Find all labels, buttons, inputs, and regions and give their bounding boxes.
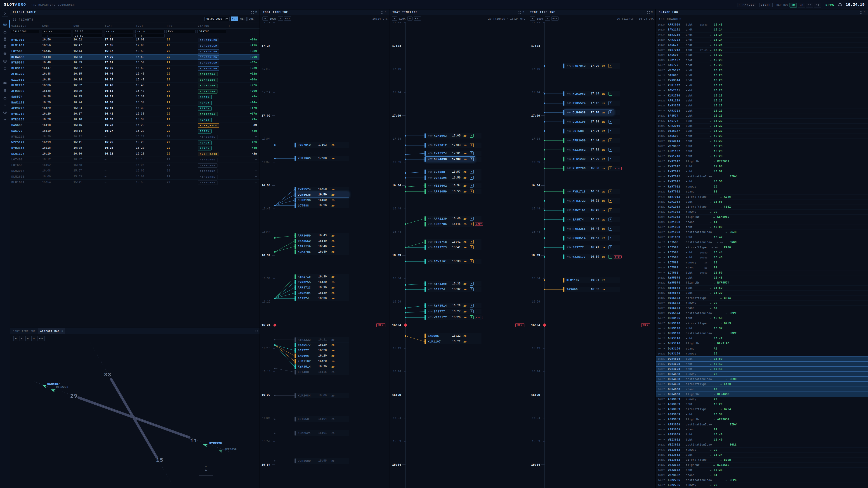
svg-text:N: N (205, 465, 207, 468)
svg-text:33: 33 (104, 372, 112, 378)
svg-text:11: 11 (190, 438, 198, 444)
svg-text:29: 29 (70, 393, 78, 399)
svg-text:15: 15 (156, 457, 164, 463)
